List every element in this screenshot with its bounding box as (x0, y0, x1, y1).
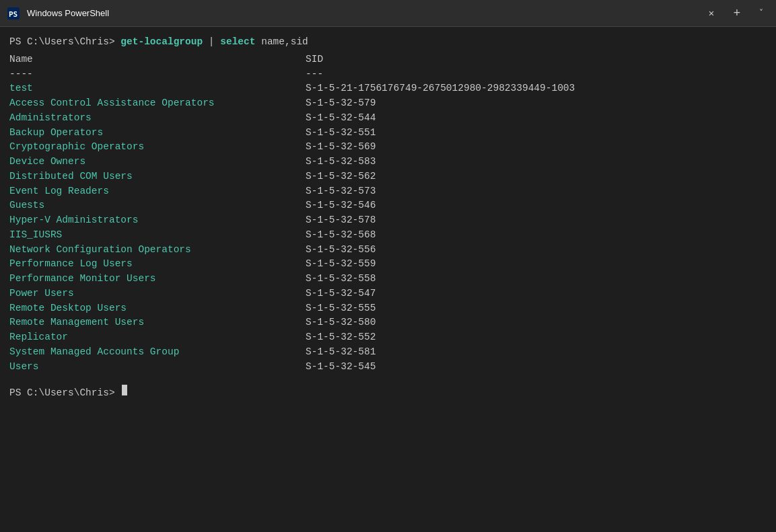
table-row: Performance Monitor UsersS-1-5-32-558 (9, 272, 767, 287)
row-sid: S-1-5-32-559 (306, 258, 376, 269)
table-header: NameSID (9, 52, 767, 67)
row-sid: S-1-5-32-583 (306, 156, 376, 167)
table-row: Device OwnersS-1-5-32-583 (9, 155, 767, 169)
row-sid: S-1-5-32-545 (306, 361, 376, 372)
new-tab-button[interactable]: + (728, 4, 746, 23)
row-name: Cryptographic Operators (9, 140, 306, 155)
col-sid-header: SID (306, 54, 323, 65)
row-sid: S-1-5-32-568 (306, 229, 376, 240)
row-sid: S-1-5-32-578 (306, 215, 376, 225)
row-name: Backup Operators (9, 126, 306, 141)
table-row: IIS_IUSRSS-1-5-32-568 (9, 228, 767, 243)
table-row: Distributed COM UsersS-1-5-32-562 (9, 169, 767, 184)
svg-text:PS: PS (9, 10, 17, 19)
table-row: Hyper-V AdministratorsS-1-5-32-578 (9, 213, 767, 228)
table-row: Event Log ReadersS-1-5-32-573 (9, 184, 767, 199)
row-name: IIS_IUSRS (9, 228, 306, 243)
row-name: Replicator (9, 330, 306, 345)
final-prompt: PS C:\Users\Chris> (9, 387, 120, 398)
row-sid: S-1-5-32-580 (306, 317, 376, 328)
row-name: Users (9, 360, 306, 375)
row-sid: S-1-5-32-544 (306, 112, 376, 123)
table-row: Remote Management UsersS-1-5-32-580 (9, 315, 767, 330)
table-row: System Managed Accounts GroupS-1-5-32-58… (9, 345, 767, 360)
row-sid: S-1-5-32-581 (306, 346, 376, 357)
table-row: Remote Desktop UsersS-1-5-32-555 (9, 301, 767, 316)
row-name: test (9, 81, 306, 96)
row-sid: S-1-5-32-547 (306, 288, 376, 299)
row-name: Event Log Readers (9, 184, 306, 199)
row-name: Remote Desktop Users (9, 301, 306, 316)
output-table: NameSID ------- (9, 52, 767, 82)
table-row: Network Configuration OperatorsS-1-5-32-… (9, 243, 767, 258)
col-name-divider: ---- (9, 67, 306, 82)
cmd-get-localgroup: get-localgroup (120, 36, 203, 47)
titlebar: PS Windows PowerShell ✕ + ˅ (0, 0, 776, 27)
table-row: Backup OperatorsS-1-5-32-551 (9, 126, 767, 141)
prompt: PS C:\Users\Chris> (9, 36, 120, 47)
cursor (122, 385, 127, 395)
row-name: Network Configuration Operators (9, 243, 306, 258)
row-name: Hyper-V Administrators (9, 213, 306, 228)
row-sid: S-1-5-32-573 (306, 186, 376, 196)
close-button[interactable]: ✕ (702, 4, 721, 23)
cmd-select: select (220, 36, 255, 47)
final-prompt-line: PS C:\Users\Chris> (9, 385, 767, 401)
row-name: Power Users (9, 287, 306, 301)
row-name: Remote Management Users (9, 315, 306, 330)
powershell-icon: PS (7, 7, 20, 20)
row-name: Performance Log Users (9, 257, 306, 272)
dropdown-button[interactable]: ˅ (753, 5, 769, 22)
command-line: PS C:\Users\Chris> get-localgroup | sele… (9, 35, 767, 50)
table-row: Access Control Assistance OperatorsS-1-5… (9, 96, 767, 111)
table-row: Power UsersS-1-5-32-547 (9, 287, 767, 301)
row-sid: S-1-5-32-562 (306, 171, 376, 182)
row-name: Device Owners (9, 155, 306, 169)
row-sid: S-1-5-32-579 (306, 98, 376, 108)
row-name: Distributed COM Users (9, 169, 306, 184)
row-sid: S-1-5-32-555 (306, 303, 376, 313)
titlebar-title: Windows PowerShell (27, 8, 695, 18)
row-sid: S-1-5-32-546 (306, 200, 376, 211)
row-name: System Managed Accounts Group (9, 345, 306, 360)
table-row: Cryptographic OperatorsS-1-5-32-569 (9, 140, 767, 155)
col-name-header: Name (9, 52, 306, 67)
row-sid: S-1-5-32-551 (306, 127, 376, 138)
row-name: Performance Monitor Users (9, 272, 306, 287)
row-name: Guests (9, 198, 306, 213)
table-row: testS-1-5-21-1756176749-2675012980-29823… (9, 81, 767, 96)
row-sid: S-1-5-32-552 (306, 332, 376, 342)
terminal-output: PS C:\Users\Chris> get-localgroup | sele… (0, 27, 776, 532)
row-sid: S-1-5-21-1756176749-2675012980-298233944… (306, 83, 575, 93)
table-row: Performance Log UsersS-1-5-32-559 (9, 257, 767, 272)
table-divider: ------- (9, 67, 767, 82)
table-rows: testS-1-5-21-1756176749-2675012980-29823… (9, 81, 767, 374)
table-row: ReplicatorS-1-5-32-552 (9, 330, 767, 345)
row-sid: S-1-5-32-556 (306, 244, 376, 255)
table-row: GuestsS-1-5-32-546 (9, 198, 767, 213)
cmd-arguments: name,sid (255, 36, 308, 47)
col-sid-divider: --- (306, 69, 323, 79)
row-name: Administrators (9, 111, 306, 126)
table-row: UsersS-1-5-32-545 (9, 360, 767, 375)
cmd-pipe: | (203, 36, 220, 47)
table-row: AdministratorsS-1-5-32-544 (9, 111, 767, 126)
row-name: Access Control Assistance Operators (9, 96, 306, 111)
row-sid: S-1-5-32-558 (306, 273, 376, 284)
row-sid: S-1-5-32-569 (306, 141, 376, 152)
